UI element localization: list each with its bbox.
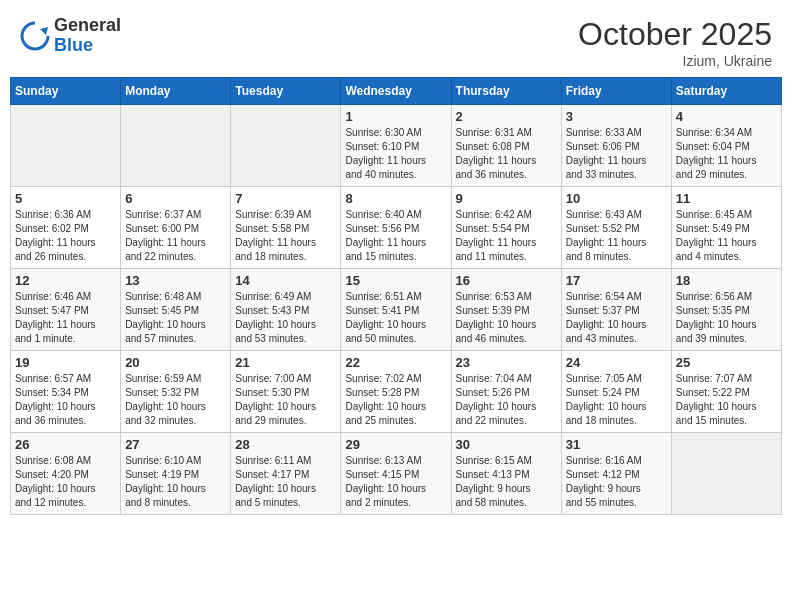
day-number: 17 [566,273,667,288]
calendar-cell: 13Sunrise: 6:48 AM Sunset: 5:45 PM Dayli… [121,269,231,351]
day-info: Sunrise: 6:33 AM Sunset: 6:06 PM Dayligh… [566,126,667,182]
day-info: Sunrise: 6:16 AM Sunset: 4:12 PM Dayligh… [566,454,667,510]
day-info: Sunrise: 6:57 AM Sunset: 5:34 PM Dayligh… [15,372,116,428]
calendar-cell: 9Sunrise: 6:42 AM Sunset: 5:54 PM Daylig… [451,187,561,269]
day-info: Sunrise: 6:46 AM Sunset: 5:47 PM Dayligh… [15,290,116,346]
day-info: Sunrise: 6:15 AM Sunset: 4:13 PM Dayligh… [456,454,557,510]
calendar-cell: 28Sunrise: 6:11 AM Sunset: 4:17 PM Dayli… [231,433,341,515]
calendar-cell: 15Sunrise: 6:51 AM Sunset: 5:41 PM Dayli… [341,269,451,351]
day-number: 1 [345,109,446,124]
day-number: 18 [676,273,777,288]
calendar-table: SundayMondayTuesdayWednesdayThursdayFrid… [10,77,782,515]
logo-blue: Blue [54,36,121,56]
calendar-cell: 24Sunrise: 7:05 AM Sunset: 5:24 PM Dayli… [561,351,671,433]
day-number: 19 [15,355,116,370]
weekday-header-row: SundayMondayTuesdayWednesdayThursdayFrid… [11,78,782,105]
calendar-cell: 2Sunrise: 6:31 AM Sunset: 6:08 PM Daylig… [451,105,561,187]
day-number: 2 [456,109,557,124]
day-info: Sunrise: 6:13 AM Sunset: 4:15 PM Dayligh… [345,454,446,510]
calendar-cell: 7Sunrise: 6:39 AM Sunset: 5:58 PM Daylig… [231,187,341,269]
calendar-cell: 30Sunrise: 6:15 AM Sunset: 4:13 PM Dayli… [451,433,561,515]
calendar-cell: 17Sunrise: 6:54 AM Sunset: 5:37 PM Dayli… [561,269,671,351]
day-number: 28 [235,437,336,452]
calendar-cell: 19Sunrise: 6:57 AM Sunset: 5:34 PM Dayli… [11,351,121,433]
day-number: 30 [456,437,557,452]
calendar-week-row: 26Sunrise: 6:08 AM Sunset: 4:20 PM Dayli… [11,433,782,515]
calendar-cell: 31Sunrise: 6:16 AM Sunset: 4:12 PM Dayli… [561,433,671,515]
day-number: 13 [125,273,226,288]
weekday-header-sunday: Sunday [11,78,121,105]
logo-text: General Blue [54,16,121,56]
day-info: Sunrise: 6:54 AM Sunset: 5:37 PM Dayligh… [566,290,667,346]
month-title: October 2025 [578,16,772,53]
day-number: 11 [676,191,777,206]
day-info: Sunrise: 7:02 AM Sunset: 5:28 PM Dayligh… [345,372,446,428]
weekday-header-friday: Friday [561,78,671,105]
calendar-cell [671,433,781,515]
calendar-cell: 21Sunrise: 7:00 AM Sunset: 5:30 PM Dayli… [231,351,341,433]
weekday-header-wednesday: Wednesday [341,78,451,105]
day-number: 3 [566,109,667,124]
day-info: Sunrise: 6:59 AM Sunset: 5:32 PM Dayligh… [125,372,226,428]
calendar-week-row: 12Sunrise: 6:46 AM Sunset: 5:47 PM Dayli… [11,269,782,351]
day-info: Sunrise: 6:08 AM Sunset: 4:20 PM Dayligh… [15,454,116,510]
calendar-cell: 8Sunrise: 6:40 AM Sunset: 5:56 PM Daylig… [341,187,451,269]
calendar-cell [121,105,231,187]
day-number: 14 [235,273,336,288]
calendar-cell: 14Sunrise: 6:49 AM Sunset: 5:43 PM Dayli… [231,269,341,351]
day-number: 6 [125,191,226,206]
day-number: 9 [456,191,557,206]
calendar-week-row: 5Sunrise: 6:36 AM Sunset: 6:02 PM Daylig… [11,187,782,269]
calendar-week-row: 19Sunrise: 6:57 AM Sunset: 5:34 PM Dayli… [11,351,782,433]
calendar-cell: 26Sunrise: 6:08 AM Sunset: 4:20 PM Dayli… [11,433,121,515]
day-info: Sunrise: 6:51 AM Sunset: 5:41 PM Dayligh… [345,290,446,346]
day-number: 10 [566,191,667,206]
logo-icon [20,21,50,51]
calendar-cell: 16Sunrise: 6:53 AM Sunset: 5:39 PM Dayli… [451,269,561,351]
day-info: Sunrise: 6:31 AM Sunset: 6:08 PM Dayligh… [456,126,557,182]
calendar-week-row: 1Sunrise: 6:30 AM Sunset: 6:10 PM Daylig… [11,105,782,187]
calendar-cell [231,105,341,187]
calendar-cell: 23Sunrise: 7:04 AM Sunset: 5:26 PM Dayli… [451,351,561,433]
day-info: Sunrise: 7:00 AM Sunset: 5:30 PM Dayligh… [235,372,336,428]
day-info: Sunrise: 6:34 AM Sunset: 6:04 PM Dayligh… [676,126,777,182]
calendar-cell: 1Sunrise: 6:30 AM Sunset: 6:10 PM Daylig… [341,105,451,187]
day-info: Sunrise: 6:45 AM Sunset: 5:49 PM Dayligh… [676,208,777,264]
weekday-header-tuesday: Tuesday [231,78,341,105]
day-number: 5 [15,191,116,206]
day-info: Sunrise: 6:37 AM Sunset: 6:00 PM Dayligh… [125,208,226,264]
calendar-cell: 6Sunrise: 6:37 AM Sunset: 6:00 PM Daylig… [121,187,231,269]
logo: General Blue [20,16,121,56]
day-info: Sunrise: 7:05 AM Sunset: 5:24 PM Dayligh… [566,372,667,428]
calendar-cell: 10Sunrise: 6:43 AM Sunset: 5:52 PM Dayli… [561,187,671,269]
calendar-cell: 27Sunrise: 6:10 AM Sunset: 4:19 PM Dayli… [121,433,231,515]
calendar-cell: 11Sunrise: 6:45 AM Sunset: 5:49 PM Dayli… [671,187,781,269]
day-number: 24 [566,355,667,370]
calendar-cell: 5Sunrise: 6:36 AM Sunset: 6:02 PM Daylig… [11,187,121,269]
calendar-cell: 22Sunrise: 7:02 AM Sunset: 5:28 PM Dayli… [341,351,451,433]
day-info: Sunrise: 6:48 AM Sunset: 5:45 PM Dayligh… [125,290,226,346]
day-number: 7 [235,191,336,206]
calendar-cell: 29Sunrise: 6:13 AM Sunset: 4:15 PM Dayli… [341,433,451,515]
day-info: Sunrise: 6:56 AM Sunset: 5:35 PM Dayligh… [676,290,777,346]
page-header: General Blue October 2025 Izium, Ukraine [10,10,782,69]
calendar-cell: 4Sunrise: 6:34 AM Sunset: 6:04 PM Daylig… [671,105,781,187]
day-number: 29 [345,437,446,452]
day-number: 31 [566,437,667,452]
day-number: 16 [456,273,557,288]
day-info: Sunrise: 7:07 AM Sunset: 5:22 PM Dayligh… [676,372,777,428]
day-info: Sunrise: 6:11 AM Sunset: 4:17 PM Dayligh… [235,454,336,510]
day-number: 8 [345,191,446,206]
logo-general: General [54,16,121,36]
day-info: Sunrise: 6:36 AM Sunset: 6:02 PM Dayligh… [15,208,116,264]
calendar-cell: 12Sunrise: 6:46 AM Sunset: 5:47 PM Dayli… [11,269,121,351]
day-number: 26 [15,437,116,452]
calendar-cell: 20Sunrise: 6:59 AM Sunset: 5:32 PM Dayli… [121,351,231,433]
day-info: Sunrise: 6:49 AM Sunset: 5:43 PM Dayligh… [235,290,336,346]
calendar-cell [11,105,121,187]
day-number: 20 [125,355,226,370]
location: Izium, Ukraine [578,53,772,69]
day-number: 22 [345,355,446,370]
day-info: Sunrise: 7:04 AM Sunset: 5:26 PM Dayligh… [456,372,557,428]
day-number: 15 [345,273,446,288]
